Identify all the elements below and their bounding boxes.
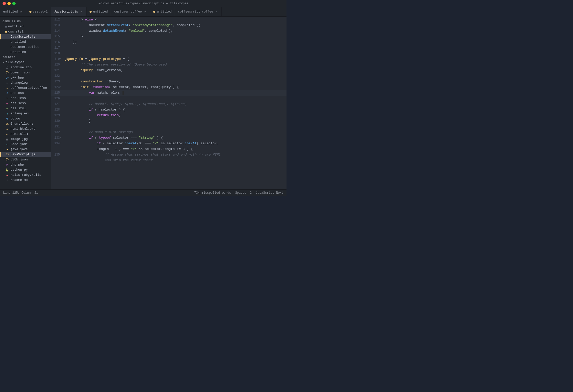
minimize-button[interactable] [7, 2, 11, 5]
code-line: 132 // Handle HTML strings [51, 129, 286, 135]
list-item[interactable]: ♦ java.java [0, 147, 51, 152]
active-bar [0, 152, 1, 157]
sidebar-open-customer-coffee[interactable]: customer.coffee [0, 45, 51, 50]
list-item[interactable]: ◇ erlang.erl [0, 111, 51, 116]
sidebar-open-css-styl[interactable]: css.styl [0, 29, 51, 34]
tab-label: untitled [3, 10, 18, 14]
list-item[interactable]: {} bower.json [0, 70, 51, 75]
tab-label: customer.coffee [114, 10, 142, 14]
list-item[interactable]: ≋ css.styl [0, 106, 51, 111]
line-content: return this; [64, 113, 286, 118]
sidebar-open-javascript[interactable]: JavaScript.js [0, 34, 51, 39]
file-icon: ◆ [5, 173, 9, 177]
tab-close-icon[interactable]: ✕ [143, 10, 147, 14]
list-item[interactable]: ◈ css.scss [0, 101, 51, 106]
code-line: 127 // HANDLE: $(""), $(null), $(undefin… [51, 101, 286, 107]
list-item[interactable]: ◁ Jade.jade [0, 142, 51, 147]
line-number: 126 [51, 96, 64, 101]
line-number: 123 [51, 79, 64, 84]
tab-javascript[interactable]: JavaScript.js ✕ [51, 7, 86, 17]
tab-label: untitled [157, 10, 172, 14]
tab-untitled1[interactable]: untitled ✕ [0, 7, 26, 16]
line-content: init: function( selector, context, rootj… [64, 84, 286, 90]
titlebar-text: ~/Downloads/file-types/JavaScript.js — f… [98, 2, 189, 5]
code-line: 128 if ( !selector ) { [51, 107, 286, 113]
line-number: 120 [51, 62, 64, 68]
list-item[interactable]: ◆ rails.ruby.rails [0, 172, 51, 178]
tab-untitled3[interactable]: untitled [150, 7, 175, 16]
list-item[interactable]: ↓ readme.md [0, 178, 51, 183]
file-icon: ≋ [5, 107, 9, 110]
list-item[interactable]: 🐍 python.py [0, 167, 51, 172]
tab-dot [29, 11, 31, 13]
file-icon: P [5, 163, 9, 166]
spell-check-count: 734 misspelled words [194, 191, 231, 195]
tab-close-icon[interactable]: ✕ [19, 10, 23, 14]
code-line: 114 window.detachEvent( "onload", comple… [51, 28, 286, 34]
list-item[interactable]: G go.go [0, 116, 51, 121]
list-item[interactable]: JS Gruntfile.js [0, 121, 51, 126]
line-content: if ( typeof selector === "string" ) { [64, 135, 286, 141]
line-number: 133▾ [51, 135, 64, 141]
file-icon: ▦ [5, 138, 9, 141]
code-line: 133▾ if ( typeof selector === "string" )… [51, 135, 286, 141]
titlebar: ~/Downloads/file-types/JavaScript.js — f… [0, 0, 286, 7]
code-line: 118 [51, 51, 286, 56]
tab-dot [153, 11, 155, 13]
list-item[interactable]: ≡ changelog [0, 80, 51, 85]
file-icon: # [5, 92, 9, 95]
sidebar-open-untitled1[interactable]: untitled [0, 24, 51, 29]
line-number: 121 [51, 68, 64, 73]
list-item[interactable]: JS JavaScript.js [0, 152, 51, 157]
line-content: document.detachEvent( "onreadystatechang… [64, 23, 286, 28]
tab-close-icon[interactable]: ✕ [80, 10, 83, 14]
file-icon: ◈ [5, 127, 9, 131]
code-editor[interactable]: 112 } else { 113 document.detachEvent( "… [51, 17, 286, 189]
line-content: // Handle HTML strings [64, 129, 286, 135]
tab-customer-coffee[interactable]: customer.coffee ✕ [111, 7, 150, 16]
sidebar-open-untitled2[interactable]: untitled [0, 39, 51, 45]
code-line: 125 var match, elem; [51, 90, 286, 96]
file-icon: {} [5, 71, 9, 74]
line-content: if ( !selector ) { [64, 107, 286, 113]
list-item[interactable]: ◇ html.slim [0, 132, 51, 137]
code-line: 116 }; [51, 39, 286, 45]
sidebar-folder-root[interactable]: ▾ file-types [0, 60, 51, 65]
tab-untitled2[interactable]: untitled [86, 7, 111, 16]
file-icon: ◇ [5, 112, 9, 115]
syntax-selector[interactable]: JavaScript Next [256, 191, 283, 195]
maximize-button[interactable] [12, 2, 16, 5]
list-item[interactable]: ◈ html.html.erb [0, 126, 51, 132]
file-icon: ♦ [5, 148, 9, 151]
line-content: // Assume that strings that start and en… [64, 152, 286, 158]
code-line: 129 return this; [51, 113, 286, 118]
sidebar-open-untitled3[interactable]: untitled [0, 50, 51, 55]
code-line: 123 constructor: jQuery, [51, 79, 286, 84]
line-number: 122 [51, 73, 64, 79]
code-line: 122 [51, 73, 286, 79]
line-number: 134▾ [51, 141, 64, 146]
list-item[interactable]: # css.css [0, 91, 51, 96]
list-item[interactable]: P php.php [0, 162, 51, 167]
tab-dot [90, 11, 92, 13]
tab-close-icon[interactable]: ✕ [215, 10, 218, 14]
list-item[interactable]: ▦ image.jpg [0, 137, 51, 142]
window-controls[interactable] [3, 2, 16, 5]
list-item[interactable]: ⬡ archive.zip [0, 65, 51, 70]
code-line: 113 document.detachEvent( "onreadystatec… [51, 23, 286, 28]
folders-title: FOLDERS [0, 55, 51, 60]
tab-css-styl[interactable]: css.styl [26, 7, 51, 16]
list-item[interactable]: ☕ coffeescript.coffee [0, 85, 51, 91]
close-button[interactable] [3, 2, 6, 5]
line-content: } [64, 118, 286, 124]
file-icon: C+ [5, 76, 9, 79]
spaces-setting[interactable]: Spaces: 2 [235, 191, 252, 195]
file-icon: ◁ [5, 143, 9, 146]
tab-coffeescript[interactable]: coffeescript.coffee ✕ [175, 7, 222, 16]
line-number: 135 [51, 152, 64, 158]
list-item[interactable]: {} JSON.json [0, 157, 51, 162]
list-item[interactable]: C+ c++.hpp [0, 75, 51, 80]
line-content [64, 73, 286, 79]
line-content: // HANDLE: $(""), $(null), $(undefined),… [64, 101, 286, 107]
list-item[interactable]: ~ css.less [0, 96, 51, 101]
